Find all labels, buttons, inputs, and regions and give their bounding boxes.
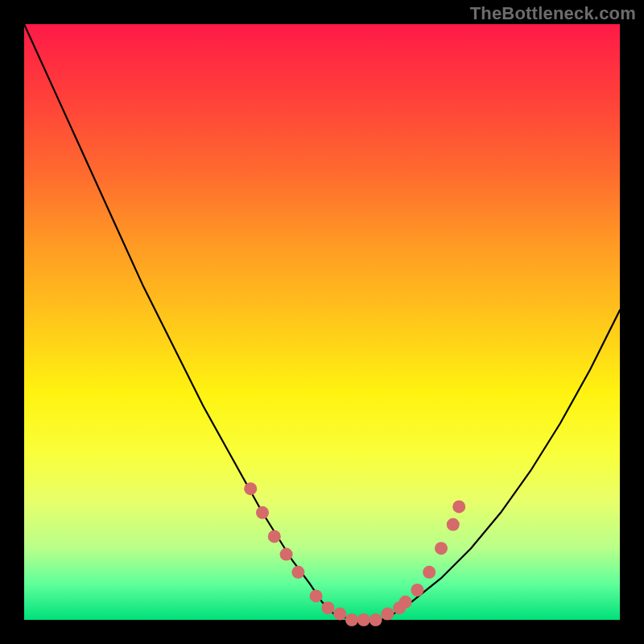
bottleneck-curve <box>24 24 620 620</box>
data-marker <box>291 566 304 579</box>
data-marker <box>268 530 281 543</box>
chart-stage: TheBottleneck.com <box>0 0 644 644</box>
data-marker <box>321 601 334 614</box>
data-markers <box>244 482 465 626</box>
data-marker <box>369 613 382 626</box>
data-marker <box>357 613 370 626</box>
data-marker <box>333 608 346 621</box>
watermark-text: TheBottleneck.com <box>470 3 636 24</box>
data-marker <box>256 506 269 519</box>
data-marker <box>381 608 394 621</box>
data-marker <box>310 589 323 602</box>
data-marker <box>399 596 412 609</box>
data-marker <box>435 542 448 555</box>
data-marker <box>244 482 257 495</box>
data-marker <box>423 566 436 579</box>
data-marker <box>411 584 423 597</box>
data-marker <box>452 500 465 513</box>
data-marker <box>345 613 358 626</box>
chart-svg <box>24 24 620 620</box>
plot-area <box>24 24 620 620</box>
data-marker <box>447 518 460 531</box>
data-marker <box>280 548 293 561</box>
